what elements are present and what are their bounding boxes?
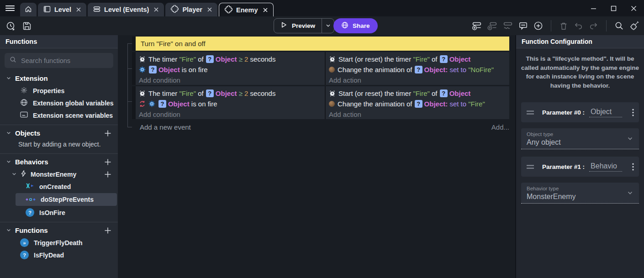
condition[interactable]: The timer "Fire" of ?Object ≥ 2 seconds xyxy=(139,54,325,64)
sidebar-item-triggerflydeath[interactable]: » TriggerFlyDeath xyxy=(0,236,118,249)
kebab-menu-icon[interactable] xyxy=(632,109,634,116)
extension-icon xyxy=(225,5,232,15)
preview-dropdown-button[interactable] xyxy=(322,19,334,33)
chevron-down-icon[interactable] xyxy=(12,173,16,176)
preview-button-group: Preview xyxy=(274,18,334,33)
invert-condition-icon xyxy=(139,100,146,107)
section-extension[interactable]: Extension xyxy=(0,72,118,84)
events-toolbar xyxy=(472,16,640,35)
chevron-down-icon[interactable] xyxy=(6,131,11,135)
tab-home[interactable] xyxy=(20,3,37,16)
tab-enemy[interactable]: Enemy xyxy=(219,3,274,16)
event-row: The timer "Fire" of ?Object ≥ 2 seconds … xyxy=(132,86,509,119)
section-behaviors[interactable]: Behaviors xyxy=(0,156,118,168)
tab-bar: Level Level (Events) Player Enemy xyxy=(20,3,274,16)
function-configuration-panel: Function Configuration This is a "lifecy… xyxy=(515,35,644,278)
section-objects[interactable]: Objects xyxy=(0,127,118,139)
tab-level-events[interactable]: Level (Events) xyxy=(88,3,164,16)
behavior-gear-icon xyxy=(139,66,146,73)
sidebar-item-scene-variables[interactable]: Extension scene variables xyxy=(0,109,118,121)
sidebar-divider xyxy=(0,125,118,125)
close-icon[interactable] xyxy=(207,7,212,12)
edit-extension-icon[interactable] xyxy=(629,21,640,31)
event-drag-handle[interactable] xyxy=(132,37,136,51)
parameter-label: Parameter #0 : xyxy=(542,109,585,116)
timer-icon xyxy=(329,90,336,97)
add-behavior-icon[interactable] xyxy=(104,158,111,166)
object-type-select[interactable]: Object type Any object xyxy=(521,128,639,149)
close-icon[interactable] xyxy=(154,7,158,12)
action[interactable]: Start (or reset) the timer "Fire" of ?Ob… xyxy=(329,54,509,64)
share-button[interactable]: Share xyxy=(333,18,378,33)
add-behavior-function-icon[interactable] xyxy=(104,171,111,178)
add-subevent-icon[interactable] xyxy=(487,21,497,31)
conditions-cell: The timer "Fire" of ?Object ≥ 2 seconds … xyxy=(136,52,325,85)
kebab-menu-icon[interactable] xyxy=(632,163,634,171)
search-events-icon[interactable] xyxy=(614,21,624,31)
condition[interactable]: The timer "Fire" of ?Object ≥ 2 seconds xyxy=(139,88,325,99)
event-drag-handle[interactable] xyxy=(132,86,136,119)
minimize-icon[interactable] xyxy=(591,5,596,11)
item-label: doStepPreEvents xyxy=(41,196,94,203)
parameter-name-field[interactable]: Object xyxy=(589,108,622,117)
sidebar-item-isflydead[interactable]: ? IsFlyDead xyxy=(0,249,118,261)
close-icon[interactable] xyxy=(263,8,268,12)
sidebar-item-oncreated[interactable]: onCreated xyxy=(0,180,118,193)
chevron-down-icon[interactable] xyxy=(6,229,11,232)
delete-icon[interactable] xyxy=(559,21,568,31)
add-new-event-button[interactable]: Add a new event xyxy=(140,123,191,131)
behavior-monsterenemy[interactable]: MonsterEnemy xyxy=(0,168,118,180)
add-condition-button[interactable]: Add condition xyxy=(139,109,325,119)
add-condition-button[interactable]: Add condition xyxy=(139,75,325,85)
redo-icon[interactable] xyxy=(589,21,598,31)
function-action-icon: » xyxy=(20,238,29,247)
search-input[interactable] xyxy=(21,57,108,64)
hamburger-menu-icon[interactable] xyxy=(5,5,15,11)
sidebar-item-global-variables[interactable]: Extension global variables xyxy=(0,97,118,109)
comment-text[interactable]: Turn "Fire" on and off xyxy=(136,37,509,51)
add-event-icon[interactable] xyxy=(472,21,482,31)
item-label: Extension scene variables xyxy=(33,112,113,119)
save-icon[interactable] xyxy=(22,21,32,31)
preview-button[interactable]: Preview xyxy=(274,19,322,33)
drag-handle-icon[interactable] xyxy=(526,110,534,115)
drag-handle-icon[interactable] xyxy=(526,165,534,169)
add-function-icon[interactable] xyxy=(104,227,111,234)
version-history-icon[interactable] xyxy=(5,21,16,31)
condition[interactable]: ?Object is on fire xyxy=(139,64,325,75)
extension-icon xyxy=(171,5,179,14)
close-window-icon[interactable] xyxy=(631,5,637,11)
chevron-down-icon[interactable] xyxy=(6,160,11,163)
add-object-icon[interactable] xyxy=(104,130,111,137)
action[interactable]: Change the animation of ?Object: set to … xyxy=(329,64,509,75)
action[interactable]: Change the animation of ?Object: set to … xyxy=(329,99,509,109)
tab-level[interactable]: Level xyxy=(38,3,86,16)
tab-player[interactable]: Player xyxy=(165,3,217,16)
section-functions[interactable]: Functions xyxy=(0,224,118,236)
condition[interactable]: ?Object is on fire xyxy=(139,99,325,109)
parameter-name-field[interactable]: Behavio xyxy=(589,162,622,172)
add-more-button[interactable]: Add... xyxy=(491,123,509,131)
add-action-button[interactable]: Add action xyxy=(329,109,509,119)
behavior-type-select[interactable]: Behavior type MonsterEnemy xyxy=(521,183,639,204)
add-action-button[interactable]: Add action xyxy=(329,75,509,85)
sidebar-title: Functions xyxy=(0,35,118,48)
choose-event-icon[interactable] xyxy=(533,21,543,31)
action[interactable]: Start (or reset) the timer "Fire" of ?Ob… xyxy=(329,88,509,99)
comment-icon[interactable] xyxy=(518,21,528,31)
close-icon[interactable] xyxy=(76,7,81,12)
actions-cell: Start (or reset) the timer "Fire" of ?Ob… xyxy=(326,52,509,85)
search-functions-box[interactable] xyxy=(5,53,113,68)
add-other-event-icon[interactable] xyxy=(503,21,513,31)
sidebar-item-dosteppreevents[interactable]: doStepPreEvents xyxy=(16,193,117,206)
event-drag-handle[interactable] xyxy=(132,52,136,85)
sidebar-item-properties[interactable]: Properties xyxy=(0,84,118,97)
undo-icon[interactable] xyxy=(574,21,583,31)
toolbar: Preview Share xyxy=(0,16,644,35)
sidebar-item-isonfire[interactable]: ? IsOnFire xyxy=(0,206,118,219)
maximize-icon[interactable] xyxy=(611,5,617,11)
tab-label: Enemy xyxy=(236,6,258,14)
parameter-1-card: Parameter #1 : Behavio xyxy=(521,157,639,177)
tree-line xyxy=(127,101,132,102)
chevron-down-icon[interactable] xyxy=(6,77,11,80)
